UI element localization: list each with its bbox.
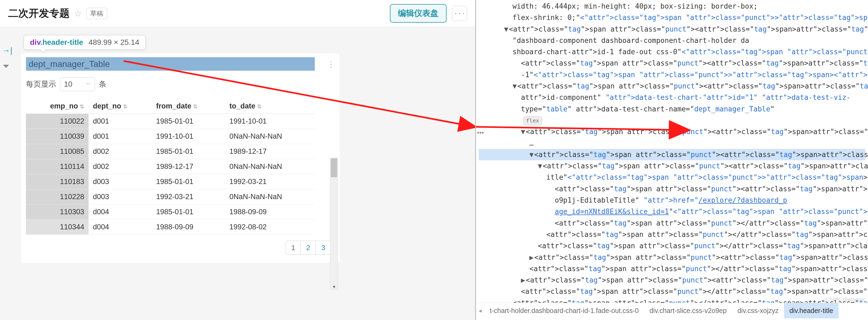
table-cell: 1985-01-01 (152, 174, 225, 189)
chart-kebab-menu-icon[interactable]: ⋮ (327, 60, 335, 68)
table-cell: 1992-08-02 (225, 220, 315, 235)
table-row[interactable]: 110085d0021985-01-011989-12-17 (26, 144, 315, 159)
star-icon[interactable]: ☆ (74, 8, 82, 19)
app-left-pane: 二次开发专题 ☆ 草稿 编辑仪表盘 · · · →| ⏷ div.header-… (0, 0, 475, 320)
dom-tree[interactable]: width: 46.444px; min-height: 40px; box-s… (476, 0, 868, 320)
table-cell: d001 (89, 129, 152, 144)
page-size-suffix: 条 (99, 79, 106, 89)
table-cell: 110114 (26, 159, 89, 174)
table-cell: 110039 (26, 129, 89, 144)
chart-card: dept_manager_Table ⋮ 每页显示 10 ﹀ 条 emp_no⇅… (21, 54, 340, 263)
table-cell: 0NaN-NaN-NaN (225, 159, 315, 174)
devtools-pane: width: 46.444px; min-height: 40px; box-s… (475, 0, 868, 320)
table-cell: 1988-09-09 (225, 204, 315, 220)
tooltip-class: .header-title (40, 38, 83, 46)
table-cell: 0NaN-NaN-NaN (225, 129, 315, 144)
column-header[interactable]: emp_no⇅ (26, 99, 89, 114)
page-size-value: 10 (64, 80, 72, 89)
expand-panel-icon[interactable]: →| (2, 46, 12, 55)
side-rail: →| ⏷ (2, 46, 12, 71)
table-cell: 1992-03-21 (152, 189, 225, 204)
chart-header-row: dept_manager_Table ⋮ (26, 57, 335, 71)
table-cell: 1989-12-17 (225, 144, 315, 159)
table-cell: 1985-01-01 (152, 144, 225, 159)
edit-dashboard-button[interactable]: 编辑仪表盘 (390, 4, 446, 23)
scroll-down-icon[interactable]: ▾ (331, 284, 337, 290)
table-cell: 110344 (26, 220, 89, 235)
breadcrumb-item[interactable]: div.chart-slice.css-v2o9ep (644, 303, 732, 318)
column-header[interactable]: from_date⇅ (152, 99, 225, 114)
table-row[interactable]: 110022d0011985-01-011991-10-01 (26, 114, 315, 129)
table-cell: 110228 (26, 189, 89, 204)
breadcrumb-item[interactable]: div.header-title (784, 303, 839, 318)
table-cell: d004 (89, 204, 152, 220)
table-cell: 1985-01-01 (152, 204, 225, 220)
chart-header-title[interactable]: dept_manager_Table (26, 57, 315, 71)
table-row[interactable]: 110303d0041985-01-011988-09-09 (26, 204, 315, 220)
chevron-down-icon: ﹀ (86, 81, 91, 88)
table-cell: 1991-10-01 (225, 114, 315, 129)
table-row[interactable]: 110039d0011991-10-010NaN-NaN-NaN (26, 129, 315, 144)
page-button[interactable]: 3 (316, 241, 331, 255)
table-cell: d003 (89, 189, 152, 204)
table-cell: 1991-10-01 (152, 129, 225, 144)
table-cell: 1989-12-17 (152, 159, 225, 174)
page-size-select[interactable]: 10 ﹀ (60, 77, 95, 91)
breadcrumb: ◂ t-chart-holder.dashboard-chart-id-1.fa… (476, 303, 868, 318)
tooltip-dimensions: 489.99 × 25.14 (89, 38, 139, 47)
table-cell: d003 (89, 174, 152, 189)
table-cell: d002 (89, 159, 152, 174)
table-cell: 1992-03-21 (225, 174, 315, 189)
vertical-scrollbar[interactable]: ▴ ▾ (330, 158, 338, 290)
table-cell: 1985-01-01 (152, 114, 225, 129)
data-table: emp_no⇅dept_no⇅from_date⇅to_date⇅ 110022… (26, 99, 315, 235)
filter-icon[interactable]: ⏷ (2, 62, 12, 71)
table-cell: 110183 (26, 174, 89, 189)
header-bar: 二次开发专题 ☆ 草稿 编辑仪表盘 · · · (0, 0, 475, 27)
table-cell: 0NaN-NaN-NaN (225, 189, 315, 204)
table-cell: 110022 (26, 114, 89, 129)
draft-tag: 草稿 (86, 8, 107, 19)
table-row[interactable]: 110228d0031992-03-210NaN-NaN-NaN (26, 189, 315, 204)
tooltip-element: div (30, 38, 40, 46)
page-size-row: 每页显示 10 ﹀ 条 (26, 77, 335, 91)
table-row[interactable]: 110183d0031985-01-011992-03-21 (26, 174, 315, 189)
page-button[interactable]: 2 (301, 241, 316, 255)
watermark: CSDN @wlsonic (825, 296, 865, 303)
pagination: 123 (26, 241, 331, 255)
column-header[interactable]: to_date⇅ (225, 99, 315, 114)
more-actions-button[interactable]: · · · (452, 6, 467, 21)
page-size-prefix: 每页显示 (26, 79, 56, 89)
page-button[interactable]: 1 (286, 241, 301, 255)
scrollbar-thumb[interactable] (331, 158, 337, 177)
column-header[interactable]: dept_no⇅ (89, 99, 152, 114)
breadcrumb-item[interactable]: t-chart-holder.dashboard-chart-id-1.fade… (484, 303, 644, 318)
breadcrumb-item[interactable]: div.css-xojzyz (732, 303, 784, 318)
table-cell: 1988-09-09 (152, 220, 225, 235)
breadcrumb-prev-icon[interactable]: ◂ (476, 307, 484, 314)
page-title: 二次开发专题 (8, 6, 70, 20)
table-cell: d004 (89, 220, 152, 235)
table-cell: d001 (89, 114, 152, 129)
table-row[interactable]: 110344d0041988-09-091992-08-02 (26, 220, 315, 235)
table-row[interactable]: 110114d0021989-12-170NaN-NaN-NaN (26, 159, 315, 174)
table-cell: 110085 (26, 144, 89, 159)
table-cell: d002 (89, 144, 152, 159)
table-cell: 110303 (26, 204, 89, 220)
dom-action-ellipsis-icon[interactable]: ••• (477, 129, 484, 136)
inspect-tooltip: div.header-title 489.99 × 25.14 (24, 35, 146, 50)
